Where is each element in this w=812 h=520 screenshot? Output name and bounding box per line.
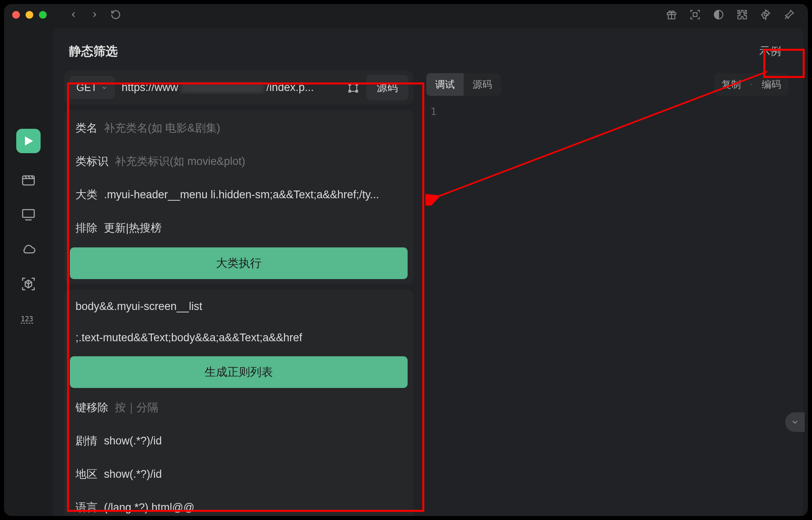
svg-rect-2: [693, 13, 697, 16]
svg-rect-6: [23, 210, 35, 217]
region-field[interactable]: 地区 show(.*?)/id: [67, 459, 411, 490]
window-controls: [12, 11, 47, 19]
source-code-button[interactable]: 源码: [366, 75, 408, 100]
sidebar-display-icon[interactable]: [19, 204, 38, 224]
selector1-field[interactable]: body&&.myui-screen__list: [67, 292, 411, 321]
generate-regex-button[interactable]: 生成正则列表: [70, 356, 408, 388]
chevron-down-icon: [101, 84, 108, 91]
example-button[interactable]: 示例: [754, 40, 787, 63]
debug-source-tabs: 调试 源码: [426, 73, 501, 96]
plot-field[interactable]: 剧情 show(.*?)/id: [67, 425, 411, 456]
forward-button[interactable]: [84, 4, 105, 25]
close-window[interactable]: [12, 11, 20, 19]
minimize-window[interactable]: [26, 11, 33, 19]
svg-text:123: 123: [21, 315, 33, 323]
url-input[interactable]: https://www /index.p...: [119, 81, 340, 94]
sidebar-cloud-icon[interactable]: [19, 239, 38, 259]
pin-icon[interactable]: [779, 4, 800, 25]
class-group: 类名 补充类名(如 电影&剧集) 类标识 补充类标识(如 movie&plot)…: [64, 110, 413, 284]
class-name-field[interactable]: 类名 补充类名(如 电影&剧集): [67, 113, 411, 143]
gear-icon[interactable]: [755, 4, 776, 25]
puzzle-icon[interactable]: [732, 4, 753, 25]
class-id-field[interactable]: 类标识 补充类标识(如 movie&plot): [67, 146, 411, 177]
right-column: 调试 源码 复制 · 编码 1: [423, 71, 792, 516]
theme-icon[interactable]: [708, 4, 729, 25]
line-number: 1: [430, 106, 436, 117]
collapse-fab[interactable]: [785, 412, 805, 432]
big-class-field[interactable]: 大类 .myui-header__menu li.hidden-sm;a&&Te…: [67, 179, 411, 210]
encode-button[interactable]: 编码: [754, 73, 788, 96]
sidebar: 123: [4, 25, 53, 516]
regex-group: body&&.myui-screen__list ;.text-muted&&T…: [64, 290, 413, 516]
code-editor[interactable]: 1: [423, 101, 792, 516]
tab-debug[interactable]: 调试: [426, 73, 464, 96]
app-logo[interactable]: [16, 129, 41, 153]
zoom-window[interactable]: [39, 11, 47, 19]
selector2-field[interactable]: ;.text-muted&&Text;body&&a;a&&Text;a&&hr…: [67, 323, 411, 352]
copy-button[interactable]: 复制: [714, 73, 748, 96]
tab-source[interactable]: 源码: [464, 73, 501, 96]
language-field[interactable]: 语言 (/lang.*?).html@@: [67, 492, 411, 516]
gift-icon[interactable]: [661, 4, 682, 25]
key-remove-field[interactable]: 键移除 按｜分隔: [67, 392, 411, 423]
sidebar-cube-icon[interactable]: [19, 274, 38, 294]
request-bar: GET https://www /index.p... 源码: [64, 71, 413, 104]
page-title: 静态筛选: [69, 43, 118, 60]
main-panel: 静态筛选 示例 GET https://www /index.p...: [53, 28, 803, 516]
exclude-field[interactable]: 排除 更新|热搜榜: [67, 212, 411, 243]
sidebar-123-icon[interactable]: 123: [19, 309, 38, 329]
back-button[interactable]: [63, 4, 84, 25]
scan-icon[interactable]: [685, 4, 706, 25]
fullscreen-icon[interactable]: [344, 79, 362, 97]
big-class-execute-button[interactable]: 大类执行: [70, 247, 408, 279]
reload-button[interactable]: [105, 4, 126, 25]
url-redacted: [181, 82, 264, 93]
sidebar-clapper-icon[interactable]: [19, 169, 38, 189]
http-method-select[interactable]: GET: [69, 76, 115, 99]
titlebar: [4, 4, 808, 25]
left-column: GET https://www /index.p... 源码: [64, 71, 413, 516]
right-actions: 复制 · 编码: [714, 73, 788, 96]
